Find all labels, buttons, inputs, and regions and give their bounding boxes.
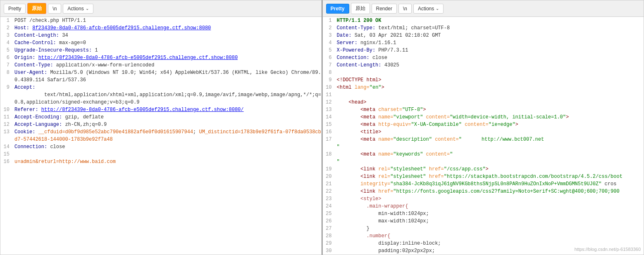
code-line-right-19: 19 <link rel="stylesheet" href="/css/app… xyxy=(323,165,644,173)
code-line-left-11: 11 Accept-Encoding: gzip, deflate xyxy=(0,113,322,121)
code-line-left-6: 6 Origin: http://8f23439e-8da0-4786-afcb… xyxy=(0,54,322,61)
code-line-left-13: 13 Cookie: __cfduid=d0bf9d985e52abc790e4… xyxy=(0,128,322,143)
code-line-right-4: 4 Server: nginx/1.16.1 xyxy=(323,39,644,47)
code-line-left-3: 3 Content-Length: 34 xyxy=(0,32,322,39)
code-line-right-29: 29 display:inline-block; xyxy=(323,240,644,247)
code-line-right-2: 2 Content-Type: text/html; charset=UTF-8 xyxy=(323,24,644,32)
code-line-right-16: 16 <title> xyxy=(323,128,644,136)
code-line-left-7: 7 Content-Type: application/x-www-form-u… xyxy=(0,61,322,69)
code-line-right-5: 5 X-Powered-By: PHP/7.3.11 xyxy=(323,47,644,54)
left-code-area[interactable]: 1 POST /check.php HTTP/1.1 2 Host: 8f234… xyxy=(0,17,322,255)
code-line-right-23: 23 <style> xyxy=(323,195,644,203)
code-line-right-20: 20 <link rel="stylesheet" href="https://… xyxy=(323,173,644,180)
code-line-right-9: 9 <!DOCTYPE html> xyxy=(323,76,644,84)
code-line-right-3: 3 Date: Sat, 03 Apr 2021 02:18:02 GMT xyxy=(323,32,644,39)
right-code-area[interactable]: 1 HTTP/1.1 200 OK 2 Content-Type: text/h… xyxy=(323,17,644,255)
left-actions-arrow-icon: ⌄ xyxy=(86,6,89,11)
code-line-left-5: 5 Upgrade-Insecure-Requests: 1 xyxy=(0,47,322,54)
code-line-right-12: 12 <head> xyxy=(323,99,644,106)
code-line-right-25: 25 min-width:1024px; xyxy=(323,210,644,217)
code-line-left-15: 15 xyxy=(0,151,322,158)
code-line-right-21: 21 integrity="sha384-JcKb8q3iqJ61gNV9KGb… xyxy=(323,180,644,188)
code-line-right-7: 7 Content-Length: 43025 xyxy=(323,61,644,69)
right-pretty-button[interactable]: Pretty xyxy=(326,4,349,14)
right-render-button[interactable]: Render xyxy=(372,4,397,14)
code-line-left-4: 4 Cache-Control: max-age=0 xyxy=(0,39,322,47)
code-line-right-17: 17 <meta name="description" content=" ht… xyxy=(323,136,644,151)
code-line-left-10: 10 Referer: http://8f23439e-8da0-4786-af… xyxy=(0,106,322,113)
right-actions-button[interactable]: Actions ⌄ xyxy=(413,4,444,14)
code-line-left-8: 8 User-Agent: Mozilla/5.0 (Windows NT 10… xyxy=(0,69,322,84)
right-newline-button[interactable]: \n xyxy=(398,4,412,14)
code-line-left-14: 14 Connection: close xyxy=(0,143,322,151)
right-actions-arrow-icon: ⌄ xyxy=(436,6,439,11)
code-line-right-18: 18 <meta name="keywords" content=" " xyxy=(323,151,644,165)
left-toolbar: Pretty 原始 \n Actions ⌄ xyxy=(0,0,322,17)
watermark: https://blog.csdn.net/p-61583360 xyxy=(575,247,641,252)
code-line-right-1: 1 HTTP/1.1 200 OK xyxy=(323,17,644,24)
code-line-right-11: 11 xyxy=(323,91,644,99)
right-raw-button[interactable]: 原始 xyxy=(351,3,370,14)
code-line-left-16: 16 u=admin&returl=http://www.baid.com xyxy=(0,158,322,165)
code-line-left-9: 9 Accept: text/html,application/xhtml+xm… xyxy=(0,84,322,106)
code-line-left-2: 2 Host: 8f23439e-8da0-4786-afcb-e5005def… xyxy=(0,24,322,32)
left-pretty-button[interactable]: Pretty xyxy=(4,4,26,14)
code-line-right-14: 14 <meta name="viewport" content="width=… xyxy=(323,113,644,121)
code-line-left-12: 12 Accept-Language: zh-CN,zh;q=0.9 xyxy=(0,121,322,128)
code-line-right-8: 8 xyxy=(323,69,644,76)
code-line-right-26: 26 max-width:1024px; xyxy=(323,217,644,225)
left-newline-button[interactable]: \n xyxy=(48,4,61,14)
code-line-left-1: 1 POST /check.php HTTP/1.1 xyxy=(0,17,322,24)
code-line-right-27: 27 } xyxy=(323,225,644,232)
code-line-right-10: 10 <html lang="en"> xyxy=(323,84,644,91)
right-panel: Pretty 原始 Render \n Actions ⌄ 1 HTTP/1.1… xyxy=(322,0,644,255)
right-toolbar: Pretty 原始 Render \n Actions ⌄ xyxy=(323,0,644,17)
code-line-right-13: 13 <meta charset="UTF-8"> xyxy=(323,106,644,113)
code-line-right-22: 22 <link href="https://fonts.googleapis.… xyxy=(323,188,644,195)
left-raw-button[interactable]: 原始 xyxy=(27,3,46,14)
left-panel: Pretty 原始 \n Actions ⌄ 1 POST /check.php… xyxy=(0,0,322,255)
left-actions-button[interactable]: Actions ⌄ xyxy=(63,4,93,14)
code-line-right-28: 28 .number{ xyxy=(323,232,644,240)
code-line-right-24: 24 .main-wrapper{ xyxy=(323,203,644,210)
code-line-right-15: 15 <meta http-equiv="X-UA-Compatible" co… xyxy=(323,121,644,128)
code-line-right-6: 6 Connection: close xyxy=(323,54,644,61)
